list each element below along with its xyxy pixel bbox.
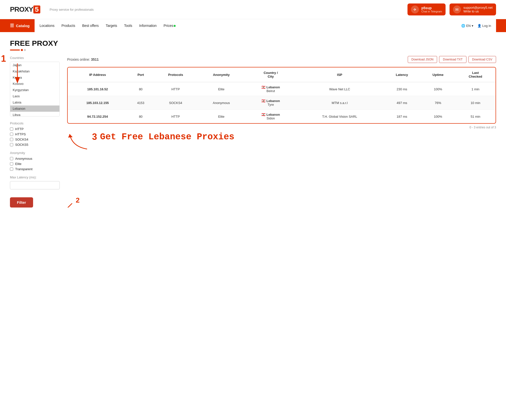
protocol-checkbox-http[interactable]: HTTP [10, 127, 60, 131]
cell-isp: T.H. Global Vision SARL [296, 110, 383, 123]
col-latency: Latency [383, 67, 421, 82]
page-title: FREE PROXY [10, 39, 496, 48]
proxies-online-count: 3511 [91, 57, 99, 61]
big-label: Get Free Lebanese Proxies [100, 132, 234, 142]
cell-ip: 185.101.16.52 [68, 82, 127, 96]
country-item[interactable]: Libya [10, 112, 59, 116]
country-item[interactable]: Latvia [10, 99, 59, 105]
cell-last-checked: 51 min [455, 110, 496, 123]
chevron-down-icon: ▾ [472, 24, 473, 28]
svg-marker-4 [68, 134, 73, 138]
country-item[interactable]: Kyrgyzstan [10, 87, 59, 93]
logo-text-5: 5 [33, 5, 40, 13]
country-item[interactable]: Laos [10, 93, 59, 99]
proxy-data-table: IP Address Port Protocols Anonymity Coun… [68, 67, 496, 123]
email-address: support@proxy5.net [463, 6, 493, 9]
latency-section: Max Latency (ms): [10, 175, 60, 189]
col-uptime: Uptime [421, 67, 455, 82]
download-txt-button[interactable]: Download TXT [439, 56, 466, 63]
deco-dot-gray [24, 49, 26, 51]
catalog-label: Catalog [16, 24, 30, 28]
anonymity-label: Anonymity [10, 151, 60, 155]
cell-country-city: 🇱🇧 LebanonBeirut [245, 82, 296, 96]
anonymity-checkbox-anonymous[interactable]: Anonymous [10, 157, 60, 160]
top-bar: PROXY 5 Proxy service for professionals … [0, 0, 506, 19]
annotation-1: 1 [1, 53, 6, 64]
country-item[interactable]: Kazakhstan [10, 68, 59, 74]
nav-locations[interactable]: Locations [40, 24, 54, 28]
email-sub: Write to us [463, 9, 493, 13]
cell-uptime: 76% [421, 96, 455, 110]
protocol-checkbox-socks4[interactable]: SOCKS4 [10, 138, 60, 141]
cell-isp: Wave Net LLC [296, 82, 383, 96]
col-protocols: Protocols [154, 67, 197, 82]
download-buttons: Download JSON Download TXT Download CSV [408, 56, 496, 63]
filter-button[interactable]: Filter [10, 197, 33, 208]
telegram-handle: p5sup [421, 6, 442, 10]
country-item[interactable]: Kenya [10, 74, 59, 81]
hamburger-icon: ☰ [10, 23, 14, 28]
anonymity-checkbox-elite[interactable]: Elite [10, 162, 60, 166]
telegram-sub: Chat in Telegram [421, 10, 442, 13]
page-header: FREE PROXY [0, 32, 506, 51]
proxies-online-label: Proxies online: [67, 57, 90, 61]
nav-targets[interactable]: Targets [106, 24, 117, 28]
annotation-3-num: 3 [92, 132, 97, 142]
col-country-city: Country /City [245, 67, 296, 82]
annotation-2: 2 [76, 196, 80, 204]
email-icon: ✉ [453, 5, 461, 13]
latency-input[interactable] [10, 181, 60, 189]
cell-latency: 187 ms [383, 110, 421, 123]
cell-port: 4153 [127, 96, 154, 110]
protocol-checkbox-socks5[interactable]: SOCKS5 [10, 143, 60, 147]
email-contact[interactable]: ✉ support@proxy5.net Write to us [450, 3, 496, 15]
cell-uptime: 100% [421, 82, 455, 96]
logo[interactable]: PROXY 5 [10, 5, 40, 13]
deco-dot-red [21, 49, 23, 51]
nav-prices[interactable]: Prices [164, 24, 176, 28]
nav-information[interactable]: Information [139, 24, 156, 28]
globe-icon: 🌐 [461, 24, 465, 28]
cell-latency: 230 ms [383, 82, 421, 96]
cell-anonymity: Anonymous [197, 96, 245, 110]
prices-dot [174, 25, 176, 27]
cell-isp: MTM s.a.r.l [296, 96, 383, 110]
entries-info: 0 - 3 entries out of 3 [67, 126, 496, 129]
col-anonymity: Anonymity [197, 67, 245, 82]
cell-anonymity: Elite [197, 110, 245, 123]
main-panel: Proxies online: 3511 Download JSON Downl… [67, 56, 496, 208]
sidebar: Countries JapanKazakhstanKenyaKosovoKyrg… [10, 56, 60, 208]
col-last-checked: LastChecked [455, 67, 496, 82]
country-item[interactable]: Kosovo [10, 81, 59, 87]
download-json-button[interactable]: Download JSON [408, 56, 437, 63]
country-item[interactable]: Japan [10, 62, 59, 68]
anonymity-checkbox-transparent[interactable]: Transparent [10, 167, 60, 171]
protocol-checkbox-https[interactable]: HTTPS [10, 132, 60, 136]
navbar: ☰ Catalog Locations Products Best offers… [0, 19, 506, 32]
arrow-3-graphic [67, 132, 92, 152]
country-item[interactable]: Lebanon [10, 105, 59, 112]
nav-products[interactable]: Products [61, 24, 75, 28]
country-list[interactable]: JapanKazakhstanKenyaKosovoKyrgyzstanLaos… [10, 62, 60, 116]
telegram-contact[interactable]: ✈ p5sup Chat in Telegram [407, 3, 446, 15]
catalog-menu[interactable]: ☰ Catalog [10, 23, 35, 28]
nav-items: Locations Products Best offers Targets T… [35, 19, 456, 32]
cell-port: 80 [127, 110, 154, 123]
title-decoration [10, 49, 496, 51]
svg-line-2 [62, 203, 72, 208]
nav-best-offers[interactable]: Best offers [82, 24, 99, 28]
protocols-section: Protocols HTTP HTTPS SOCKS4 SOCKS5 [10, 121, 60, 147]
countries-label: Countries [10, 56, 60, 60]
telegram-info: p5sup Chat in Telegram [421, 6, 442, 13]
logo-tagline: Proxy service for professionals [50, 8, 94, 11]
language-selector[interactable]: 🌐 EN ▾ [461, 24, 473, 28]
cell-uptime: 100% [421, 110, 455, 123]
nav-tools[interactable]: Tools [124, 24, 132, 28]
cell-protocol: HTTP [154, 110, 197, 123]
content-area: 1 Countries JapanKazakhstanKenyaKosovoKy… [0, 51, 506, 208]
login-button[interactable]: 👤 Log in [477, 24, 491, 28]
download-csv-button[interactable]: Download CSV [468, 56, 496, 63]
telegram-icon: ✈ [411, 5, 419, 13]
table-header-row: IP Address Port Protocols Anonymity Coun… [68, 67, 496, 82]
countries-section: Countries JapanKazakhstanKenyaKosovoKyrg… [10, 56, 60, 116]
